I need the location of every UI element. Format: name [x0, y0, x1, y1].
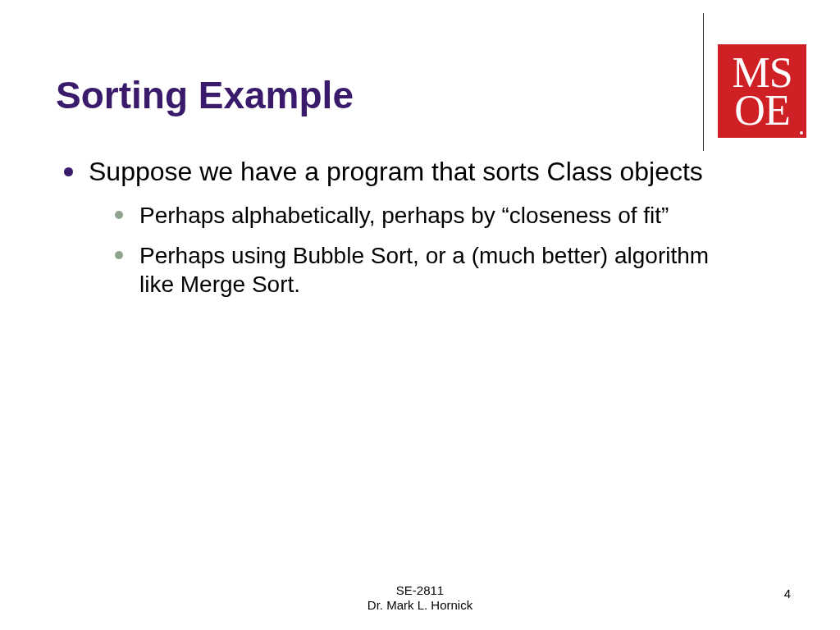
bullet-sub-text: Perhaps using Bubble Sort, or a (much be…	[139, 243, 709, 297]
slide-content: Suppose we have a program that sorts Cla…	[56, 156, 728, 310]
bullet-main-text: Suppose we have a program that sorts Cla…	[89, 157, 703, 186]
bullet-main: Suppose we have a program that sorts Cla…	[56, 156, 728, 299]
slide-title: Sorting Example	[56, 73, 354, 117]
footer-author: Dr. Mark L. Hornick	[0, 598, 840, 614]
msoe-logo: MS OE	[718, 44, 806, 138]
vertical-divider	[703, 13, 704, 151]
bullet-sub-text: Perhaps alphabetically, perhaps by “clos…	[139, 203, 669, 228]
bullet-sub: Perhaps alphabetically, perhaps by “clos…	[107, 201, 728, 230]
footer-course: SE-2811	[0, 583, 840, 599]
logo-line2: OE	[734, 92, 789, 130]
bullet-sub: Perhaps using Bubble Sort, or a (much be…	[107, 241, 728, 299]
slide-footer: SE-2811 Dr. Mark L. Hornick	[0, 583, 840, 614]
logo-dot	[800, 131, 803, 135]
page-number: 4	[784, 587, 791, 600]
slide: MS OE Sorting Example Suppose we have a …	[0, 0, 840, 630]
